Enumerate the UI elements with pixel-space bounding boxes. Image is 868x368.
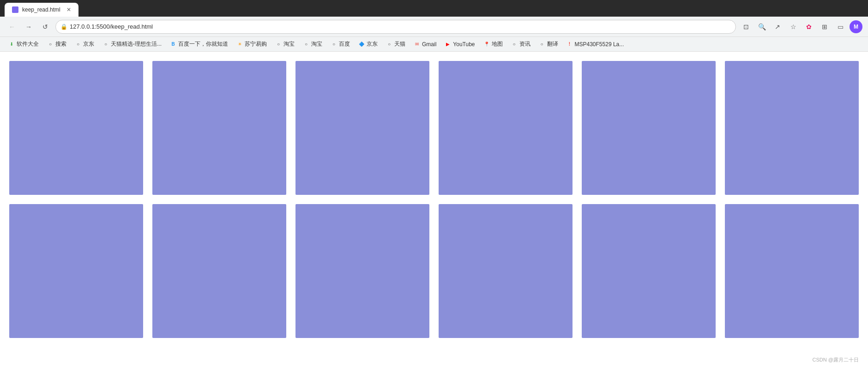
bookmark-label-tianmao: 天猫 <box>394 40 405 48</box>
bookmark-favicon-gmail: ✉ <box>414 41 420 48</box>
bookmark-news[interactable]: ○ 资讯 <box>507 38 534 50</box>
bookmark-software[interactable]: ⬇ 软件大全 <box>5 38 42 50</box>
grid-item-4 <box>439 61 573 195</box>
bookmark-jd2[interactable]: 🔷 京东 <box>355 38 381 50</box>
bookmark-favicon-translate: ○ <box>539 41 545 48</box>
bookmark-taobao1[interactable]: ○ 淘宝 <box>271 38 298 50</box>
back-button[interactable]: ← <box>6 20 18 33</box>
bookmark-label-youtube: YouTube <box>453 41 475 48</box>
bookmark-label-msp430: MSP430F5529 La... <box>575 41 624 48</box>
page-content <box>0 52 868 347</box>
lock-icon: 🔒 <box>60 24 67 30</box>
bookmark-label-jd2: 京东 <box>367 40 378 48</box>
bookmark-favicon-news: ○ <box>511 41 518 48</box>
bookmark-label-baidu-search: 百度一下，你就知道 <box>178 40 228 48</box>
bookmark-search[interactable]: ○ 搜索 <box>43 38 70 50</box>
address-bar[interactable]: 🔒 127.0.0.1:5500/keep_read.html <box>55 20 736 34</box>
toolbar-actions: ⊡ 🔍 ↗ ☆ ✿ ⊞ ▭ M <box>740 20 862 33</box>
bookmark-label-baidu: 百度 <box>339 40 350 48</box>
forward-button[interactable]: → <box>22 20 35 33</box>
address-text: 127.0.0.1:5500/keep_read.html <box>70 23 153 30</box>
sidebar-button[interactable]: ▭ <box>834 20 847 33</box>
watermark-text: CSDN @露月二十日 <box>813 357 859 362</box>
grid-item-12 <box>725 204 859 338</box>
bookmark-favicon-baidu-search: B <box>170 41 176 48</box>
bookmark-gmail[interactable]: ✉ Gmail <box>410 39 440 49</box>
bookmark-favicon-taobao1: ○ <box>275 41 282 48</box>
bookmark-tianmao-select[interactable]: ○ 天猫精选-理想生活... <box>99 38 165 50</box>
bookmark-favicon-baidu: ○ <box>331 41 337 48</box>
grid-item-3 <box>295 61 429 195</box>
share-button[interactable]: ↗ <box>771 20 784 33</box>
bookmark-label-suning: 苏宁易购 <box>245 40 267 48</box>
bookmark-label-translate: 翻译 <box>547 40 558 48</box>
extensions-button[interactable]: ✿ <box>802 20 815 33</box>
grid-item-5 <box>582 61 716 195</box>
bookmark-label-jd1: 京东 <box>83 40 94 48</box>
bookmark-label-gmail: Gmail <box>422 41 436 48</box>
bookmark-label-software: 软件大全 <box>17 40 39 48</box>
grid-item-6 <box>725 61 859 195</box>
bookmark-favicon-taobao2: ○ <box>303 41 309 48</box>
bookmark-favicon-search: ○ <box>47 41 54 48</box>
grid-item-1 <box>9 61 143 195</box>
bookmark-translate[interactable]: ○ 翻译 <box>535 38 562 50</box>
bookmark-favicon-youtube: ▶ <box>445 41 451 48</box>
bookmark-favicon-jd2: 🔷 <box>358 41 365 48</box>
bookmark-youtube[interactable]: ▶ YouTube <box>441 39 478 49</box>
bookmark-maps[interactable]: 📍 地图 <box>480 38 506 50</box>
browser-toolbar: ← → ↺ 🔒 127.0.0.1:5500/keep_read.html ⊡ … <box>0 17 868 37</box>
bookmark-taobao2[interactable]: ○ 淘宝 <box>299 38 326 50</box>
browser-chrome: keep_read.html ✕ ← → ↺ 🔒 127.0.0.1:5500/… <box>0 0 868 52</box>
bookmark-favicon-suning: ☀ <box>236 41 243 48</box>
bookmark-favicon-jd1: ○ <box>75 41 81 48</box>
grid-item-9 <box>295 204 429 338</box>
bookmark-label-taobao2: 淘宝 <box>311 40 322 48</box>
bookmark-label-taobao1: 淘宝 <box>283 40 295 48</box>
bookmark-label-news: 资讯 <box>519 40 530 48</box>
bookmark-jd1[interactable]: ○ 京东 <box>71 38 98 50</box>
bookmark-baidu[interactable]: ○ 百度 <box>327 38 354 50</box>
bookmark-baidu-search[interactable]: B 百度一下，你就知道 <box>166 38 232 50</box>
bookmark-favicon-tianmao-select: ○ <box>102 41 109 48</box>
grid-item-10 <box>439 204 573 338</box>
bookmark-label-tianmao-select: 天猫精选-理想生活... <box>111 40 162 48</box>
grid-container <box>9 61 859 338</box>
page-footer: CSDN @露月二十日 <box>813 356 859 363</box>
bookmarks-bar: ⬇ 软件大全 ○ 搜索 ○ 京东 ○ 天猫精选-理想生活... B 百度一下，你… <box>0 37 868 52</box>
grid-item-7 <box>9 204 143 338</box>
bookmark-favicon-software: ⬇ <box>8 41 15 48</box>
bookmark-tianmao[interactable]: ○ 天猫 <box>382 38 409 50</box>
grid-item-11 <box>582 204 716 338</box>
grid-item-2 <box>152 61 286 195</box>
profile-avatar[interactable]: M <box>850 20 862 33</box>
bookmark-favicon-maps: 📍 <box>483 41 490 48</box>
tab-close-button[interactable]: ✕ <box>66 6 71 13</box>
tab-favicon <box>12 6 18 13</box>
bookmark-label-maps: 地图 <box>492 40 503 48</box>
browser-tab[interactable]: keep_read.html ✕ <box>5 3 78 17</box>
bookmark-favicon-msp430: ! <box>567 41 573 48</box>
zoom-button[interactable]: 🔍 <box>755 20 768 33</box>
grid-item-8 <box>152 204 286 338</box>
tab-groups-button[interactable]: ⊞ <box>818 20 831 33</box>
bookmark-favicon-tianmao: ○ <box>386 41 392 48</box>
tab-bar: keep_read.html ✕ <box>0 0 868 17</box>
qr-code-button[interactable]: ⊡ <box>740 20 753 33</box>
reload-button[interactable]: ↺ <box>39 20 52 33</box>
tab-title: keep_read.html <box>22 6 60 13</box>
bookmark-label-search: 搜索 <box>55 40 66 48</box>
bookmark-star-button[interactable]: ☆ <box>787 20 800 33</box>
bookmark-msp430[interactable]: ! MSP430F5529 La... <box>563 39 628 49</box>
bookmark-suning[interactable]: ☀ 苏宁易购 <box>233 38 271 50</box>
